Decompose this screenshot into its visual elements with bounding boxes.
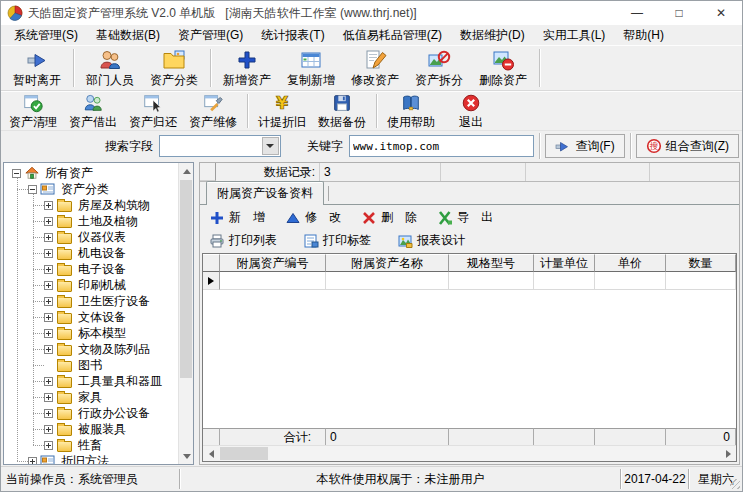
repair-tool-icon — [202, 92, 224, 114]
minimize-button[interactable]: — — [616, 1, 658, 25]
scroll-up-button[interactable] — [179, 163, 194, 179]
report-design-button[interactable]: 报表设计 — [397, 232, 465, 249]
repair-asset-button[interactable]: 资产维修 — [183, 91, 243, 132]
tree-item-all-assets[interactable]: 所有资产 — [4, 165, 178, 181]
people-icon — [98, 48, 122, 72]
tree-item-category[interactable]: 被服装具 — [4, 421, 178, 437]
grid-horizontal-scrollbar[interactable] — [203, 445, 736, 461]
scroll-right-button[interactable] — [720, 446, 736, 461]
tree-item-category[interactable]: 印刷机械 — [4, 277, 178, 293]
menu-data-maintenance[interactable]: 数据维护(D) — [451, 25, 534, 46]
tree-item-category[interactable]: 标本模型 — [4, 325, 178, 341]
backup-button[interactable]: 数据备份 — [312, 91, 372, 132]
tree-item-category[interactable]: 卫生医疗设备 — [4, 293, 178, 309]
expand-toggle[interactable] — [44, 313, 53, 322]
scroll-left-button[interactable] — [203, 446, 219, 461]
tree-scrollbar[interactable] — [178, 163, 193, 464]
modify-asset-button[interactable]: 修改资产 — [343, 47, 407, 90]
collapse-toggle[interactable] — [28, 185, 37, 194]
tree-item-category[interactable]: 土地及植物 — [4, 213, 178, 229]
tree-item-category[interactable]: 图书 — [4, 357, 178, 373]
menu-consumables[interactable]: 低值易耗品管理(Z) — [334, 25, 451, 46]
scrollbar-thumb[interactable] — [180, 180, 192, 378]
expand-toggle[interactable] — [44, 329, 53, 338]
column-header[interactable]: 数量 — [666, 254, 736, 272]
expand-toggle[interactable] — [44, 441, 53, 450]
expand-toggle[interactable] — [44, 249, 53, 258]
expand-toggle[interactable] — [44, 377, 53, 386]
tree-item-category[interactable]: 文物及陈列品 — [4, 341, 178, 357]
grid-empty-row[interactable] — [203, 272, 736, 290]
grid-export-button[interactable]: 导 出 — [437, 209, 493, 226]
menu-reports[interactable]: 统计报表(T) — [252, 25, 333, 46]
column-header[interactable]: 附属资产名称 — [326, 254, 449, 272]
copy-add-button[interactable]: 复制新增 — [279, 47, 343, 90]
scrollbar-thumb[interactable] — [220, 447, 268, 460]
tree-item-category[interactable]: 文体设备 — [4, 309, 178, 325]
resize-grip[interactable] — [730, 479, 740, 489]
menu-help[interactable]: 帮助(H) — [614, 25, 673, 46]
expand-toggle[interactable] — [44, 425, 53, 434]
column-header[interactable]: 单价 — [595, 254, 666, 272]
tree-item-depreciation-method[interactable]: 折旧方法 — [4, 453, 178, 464]
menu-tools[interactable]: 实用工具(L) — [534, 25, 615, 46]
lend-asset-button[interactable]: 资产借出 — [63, 91, 123, 132]
leave-button[interactable]: 暂时离开 — [5, 47, 69, 90]
maximize-button[interactable]: □ — [658, 1, 700, 25]
combo-query-button[interactable]: 搜 组合查询(Z) — [636, 134, 739, 158]
expand-toggle[interactable] — [44, 201, 53, 210]
combobox-dropdown-button[interactable] — [262, 137, 279, 155]
tree-item-asset-category[interactable]: 资产分类 — [4, 181, 178, 197]
print-label-button[interactable]: 打印标签 — [303, 232, 371, 249]
tree-item-category[interactable]: 家具 — [4, 389, 178, 405]
expand-toggle[interactable] — [44, 409, 53, 418]
keyword-input[interactable] — [349, 135, 534, 157]
help-button[interactable]: 使用帮助 — [381, 91, 441, 132]
menu-basic-data[interactable]: 基础数据(B) — [87, 25, 169, 46]
grid-add-button[interactable]: 新 增 — [209, 209, 265, 226]
expand-toggle[interactable] — [44, 345, 53, 354]
tree-item-category[interactable]: 牲畜 — [4, 437, 178, 453]
collapse-toggle[interactable] — [12, 169, 21, 178]
scroll-down-button[interactable] — [179, 448, 194, 464]
delete-icon — [491, 48, 515, 72]
tree-item-category[interactable]: 电子设备 — [4, 261, 178, 277]
printer-icon — [209, 233, 225, 249]
delete-asset-button[interactable]: 删除资产 — [471, 47, 535, 90]
column-header[interactable]: 规格型号 — [449, 254, 534, 272]
tree-item-category[interactable]: 行政办公设备 — [4, 405, 178, 421]
query-button[interactable]: 查询(F) — [545, 134, 624, 158]
return-asset-button[interactable]: 资产归还 — [123, 91, 183, 132]
return-cursor-icon — [142, 92, 164, 114]
depreciation-button[interactable]: ¥ 计提折旧 — [252, 91, 312, 132]
department-staff-button[interactable]: 部门人员 — [78, 47, 142, 90]
grid-delete-button[interactable]: 删 除 — [361, 209, 417, 226]
toolbar-separator — [210, 49, 211, 87]
column-header[interactable]: 附属资产编号 — [220, 254, 326, 272]
app-window: 天皓固定资产管理系统 V2.0 单机版 [湖南天皓软件工作室 (www.thrj… — [0, 0, 743, 492]
tree-item-category[interactable]: 工具量具和器皿 — [4, 373, 178, 389]
clean-asset-button[interactable]: 资产清理 — [3, 91, 63, 132]
expand-toggle[interactable] — [44, 233, 53, 242]
close-button[interactable]: ✕ — [700, 1, 742, 25]
expand-toggle[interactable] — [28, 457, 37, 465]
menu-asset-mgmt[interactable]: 资产管理(G) — [169, 25, 252, 46]
tree-item-category[interactable]: 房屋及构筑物 — [4, 197, 178, 213]
expand-toggle[interactable] — [44, 265, 53, 274]
print-list-button[interactable]: 打印列表 — [209, 232, 277, 249]
expand-toggle[interactable] — [44, 281, 53, 290]
asset-category-button[interactable]: 资产分类 — [142, 47, 206, 90]
grid-modify-button[interactable]: 修 改 — [285, 209, 341, 226]
column-header[interactable]: 计量单位 — [534, 254, 595, 272]
menu-system[interactable]: 系统管理(S) — [5, 25, 87, 46]
split-asset-button[interactable]: 资产拆分 — [407, 47, 471, 90]
exit-button[interactable]: 退出 — [441, 91, 501, 132]
tree-item-category[interactable]: 仪器仪表 — [4, 229, 178, 245]
expand-toggle[interactable] — [44, 297, 53, 306]
expand-toggle[interactable] — [44, 393, 53, 402]
expand-toggle[interactable] — [44, 217, 53, 226]
add-asset-button[interactable]: 新增资产 — [215, 47, 279, 90]
tree-item-category[interactable]: 机电设备 — [4, 245, 178, 261]
tab-attached-assets[interactable]: 附属资产设备资料 — [206, 181, 324, 205]
search-field-combobox[interactable] — [159, 135, 281, 157]
